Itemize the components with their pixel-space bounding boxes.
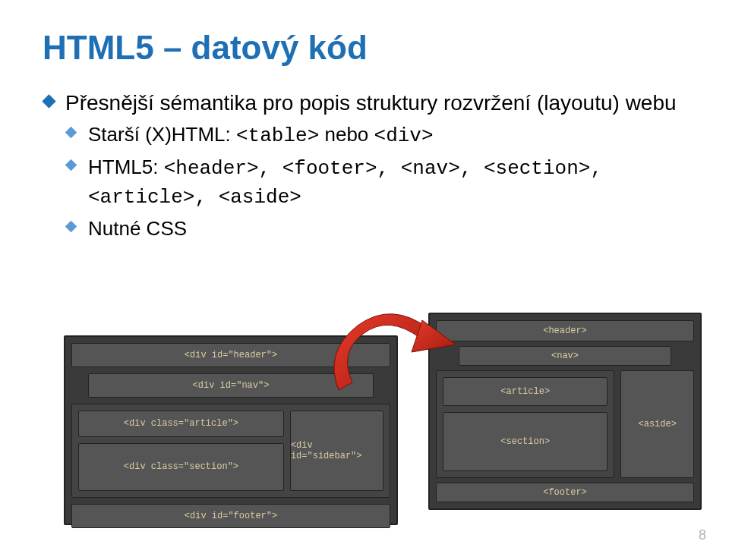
new-layout-diagram: <header> <nav> <article> <section> <asid… bbox=[428, 313, 702, 510]
text-fragment: Starší (X)HTML: bbox=[88, 123, 236, 146]
text-fragment: HTML5: bbox=[88, 156, 164, 178]
code-fragment: <div> bbox=[374, 124, 434, 147]
text-fragment: nebo bbox=[319, 123, 374, 146]
old-section-box: <div class="section"> bbox=[78, 443, 284, 491]
new-section-box: <section> bbox=[443, 412, 608, 471]
old-nav-box: <div id="nav"> bbox=[88, 373, 374, 398]
new-article-box: <article> bbox=[443, 377, 608, 406]
sub-bullet-text: Starší (X)HTML: <table> nebo <div> bbox=[88, 123, 434, 146]
sub-bullet-text: HTML5: <header>, <footer>, <nav>, <secti… bbox=[88, 156, 602, 208]
bullet-item: Přesnější sémantika pro popis struktury … bbox=[43, 88, 686, 243]
slide: HTML5 – datový kód Přesnější sémantika p… bbox=[0, 0, 729, 560]
old-sidebar-box: <div id="sidebar"> bbox=[290, 411, 383, 491]
old-content-area: <div class="article"> <div class="sectio… bbox=[71, 404, 390, 498]
page-number: 8 bbox=[699, 527, 706, 543]
sub-bullet-item: Nutné CSS bbox=[65, 215, 686, 243]
bullet-text: Přesnější sémantika pro popis struktury … bbox=[65, 91, 677, 115]
diamond-icon bbox=[65, 159, 77, 171]
new-nav-box: <nav> bbox=[459, 346, 671, 366]
new-footer-box: <footer> bbox=[436, 483, 694, 502]
sub-bullet-item: Starší (X)HTML: <table> nebo <div> bbox=[65, 121, 686, 150]
old-header-box: <div id="header"> bbox=[71, 343, 390, 367]
diamond-icon bbox=[65, 126, 77, 138]
diamond-icon bbox=[65, 221, 77, 233]
old-footer-box: <div id="footer"> bbox=[71, 504, 390, 528]
diamond-icon bbox=[42, 94, 55, 108]
old-layout-diagram: <div id="header"> <div id="nav"> <div cl… bbox=[64, 335, 398, 525]
code-fragment: <table> bbox=[236, 124, 319, 147]
new-header-box: <header> bbox=[436, 320, 694, 341]
sub-bullet-item: HTML5: <header>, <footer>, <nav>, <secti… bbox=[65, 153, 686, 212]
bullet-list: Přesnější sémantika pro popis struktury … bbox=[43, 88, 686, 243]
slide-title: HTML5 – datový kód bbox=[43, 29, 686, 67]
sub-bullet-text: Nutné CSS bbox=[88, 217, 187, 240]
new-aside-box: <aside> bbox=[620, 370, 694, 478]
new-content-area: <article> <section> <aside> bbox=[436, 370, 694, 478]
old-article-box: <div class="article"> bbox=[78, 411, 284, 437]
code-fragment: <header>, <footer>, <nav>, <section>, <a… bbox=[88, 157, 602, 209]
diagrams-container: <div id="header"> <div id="nav"> <div cl… bbox=[43, 313, 702, 525]
sub-bullet-list: Starší (X)HTML: <table> nebo <div> HTML5… bbox=[65, 121, 686, 244]
